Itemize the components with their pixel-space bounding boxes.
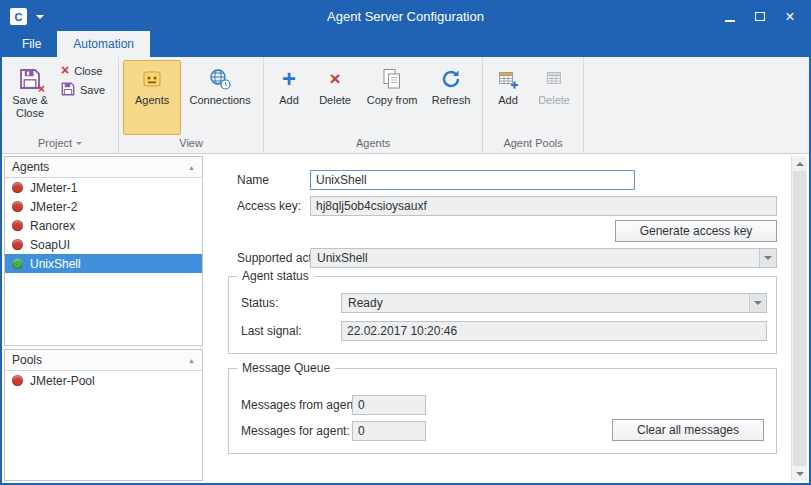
pools-list-header[interactable]: Pools ▲ [5, 350, 202, 371]
messages-from-input[interactable] [352, 395, 426, 415]
save-label: Save [80, 84, 105, 96]
access-key-label: Access key: [237, 199, 301, 213]
status-icon [12, 258, 23, 269]
status-icon [12, 182, 23, 193]
delete-pool-button: Delete [529, 60, 579, 135]
agents-list-header[interactable]: Agents ▲ [5, 157, 202, 178]
name-input[interactable] [310, 170, 635, 190]
status-icon [12, 201, 23, 212]
vertical-scrollbar[interactable] [791, 156, 807, 481]
close-icon: × [61, 64, 69, 77]
add-agent-label: Add [279, 94, 299, 107]
close-overlay-icon: × [38, 83, 45, 95]
view-group-caption: View [119, 135, 263, 153]
agent-status-groupbox: Agent status Status: Ready Last signal: [228, 276, 777, 354]
ribbon-group-project: × Save & Close × Close [2, 57, 119, 153]
message-queue-groupbox: Message Queue Messages from agent: Messa… [228, 368, 777, 454]
refresh-label: Refresh [432, 94, 471, 107]
refresh-button[interactable]: Refresh [424, 60, 478, 135]
list-item-label: SoapUI [30, 238, 70, 252]
sort-asc-icon: ▲ [188, 164, 195, 171]
agents-view-label: Agents [135, 94, 169, 107]
agents-header-label: Agents [12, 160, 49, 174]
minimize-icon [725, 20, 735, 22]
pools-header-label: Pools [12, 353, 42, 367]
agents-group-caption: Agents [264, 135, 482, 153]
maximize-button[interactable] [745, 6, 775, 28]
list-item-label: JMeter-2 [30, 200, 77, 214]
list-item-ranorex[interactable]: Ranorex [5, 216, 202, 235]
scroll-down-icon [796, 472, 804, 476]
scroll-up-button[interactable] [792, 156, 807, 171]
add-pool-label: Add [498, 94, 518, 107]
clear-all-messages-button[interactable]: Clear all messages [612, 419, 764, 441]
save-and-close-button[interactable]: × Save & Close [6, 60, 54, 135]
messages-for-label: Messages for agent: [241, 424, 350, 438]
ribbon-tab-row: File Automation [2, 31, 809, 57]
chevron-down-icon [749, 294, 766, 312]
agents-icon [141, 66, 163, 92]
copy-from-label: Copy from [367, 94, 418, 107]
connections-view-label: Connections [190, 94, 251, 107]
agents-list: Agents ▲ JMeter-1 JMeter-2 Ranorex [4, 156, 203, 346]
list-item-label: JMeter-Pool [30, 374, 95, 388]
delete-agent-button[interactable]: × Delete [310, 60, 360, 135]
message-queue-title: Message Queue [237, 361, 335, 375]
scroll-down-button[interactable] [792, 466, 807, 481]
supported-activity-select[interactable]: UnixShell [310, 248, 777, 268]
connections-view-button[interactable]: Connections [181, 60, 259, 135]
messages-for-input[interactable] [352, 421, 426, 441]
list-item-jmeter-pool[interactable]: JMeter-Pool [5, 371, 202, 390]
ribbon-group-agent-pools: Add Delete Agent Pools [483, 57, 584, 153]
minimize-button[interactable] [715, 6, 745, 28]
status-icon [12, 375, 23, 386]
tab-file[interactable]: File [6, 31, 57, 57]
tab-automation[interactable]: Automation [57, 31, 150, 57]
left-panel: Agents ▲ JMeter-1 JMeter-2 Ranorex [4, 156, 203, 481]
list-item-unixshell[interactable]: UnixShell [5, 254, 202, 273]
add-pool-table-icon [497, 66, 519, 92]
close-label: Close [74, 65, 102, 77]
sort-asc-icon: ▲ [188, 357, 195, 364]
list-item-jmeter-2[interactable]: JMeter-2 [5, 197, 202, 216]
status-select[interactable]: Ready [341, 293, 767, 313]
save-button[interactable]: Save [59, 81, 112, 99]
window-title: Agent Server Configuration [2, 9, 809, 24]
close-project-button[interactable]: × Close [59, 63, 112, 78]
save-close-label: Save & Close [11, 94, 49, 120]
last-signal-input[interactable] [341, 321, 767, 341]
window: C Agent Server Configuration × File Auto… [0, 0, 811, 485]
delete-pool-label: Delete [538, 94, 570, 107]
close-button[interactable]: × [775, 6, 805, 28]
scroll-thumb[interactable] [793, 171, 806, 466]
copy-from-button[interactable]: Copy from [360, 60, 424, 135]
chevron-down-icon [76, 142, 82, 145]
generate-access-key-button[interactable]: Generate access key [615, 220, 777, 242]
quick-access-caret-icon[interactable] [34, 13, 46, 21]
access-key-input[interactable] [310, 196, 777, 216]
add-agent-button[interactable]: + Add [268, 60, 310, 135]
agent-status-title: Agent status [237, 269, 314, 283]
app-icon[interactable]: C [10, 8, 27, 25]
list-item-label: Ranorex [30, 219, 75, 233]
supported-activity-value: UnixShell [317, 251, 368, 265]
scroll-up-icon [796, 162, 804, 166]
ribbon-empty-space [584, 57, 809, 153]
last-signal-label: Last signal: [241, 324, 302, 338]
list-item-jmeter-1[interactable]: JMeter-1 [5, 178, 202, 197]
pools-list: Pools ▲ JMeter-Pool [4, 349, 203, 481]
main-content: Agents ▲ JMeter-1 JMeter-2 Ranorex [2, 154, 809, 483]
add-pool-button[interactable]: Add [487, 60, 529, 135]
delete-pool-table-icon [543, 66, 565, 92]
list-item-label: JMeter-1 [30, 181, 77, 195]
agent-form: Name Access key: Generate access key Sup… [207, 156, 787, 481]
add-icon: + [282, 66, 296, 92]
list-item-label: UnixShell [30, 257, 81, 271]
status-value: Ready [348, 296, 383, 310]
list-item-soapui[interactable]: SoapUI [5, 235, 202, 254]
delete-agent-label: Delete [319, 94, 351, 107]
refresh-icon [440, 66, 462, 92]
ribbon-group-agents: + Add × Delete Copy from [264, 57, 483, 153]
chevron-down-icon [759, 249, 776, 267]
agents-view-button[interactable]: Agents [123, 60, 181, 135]
